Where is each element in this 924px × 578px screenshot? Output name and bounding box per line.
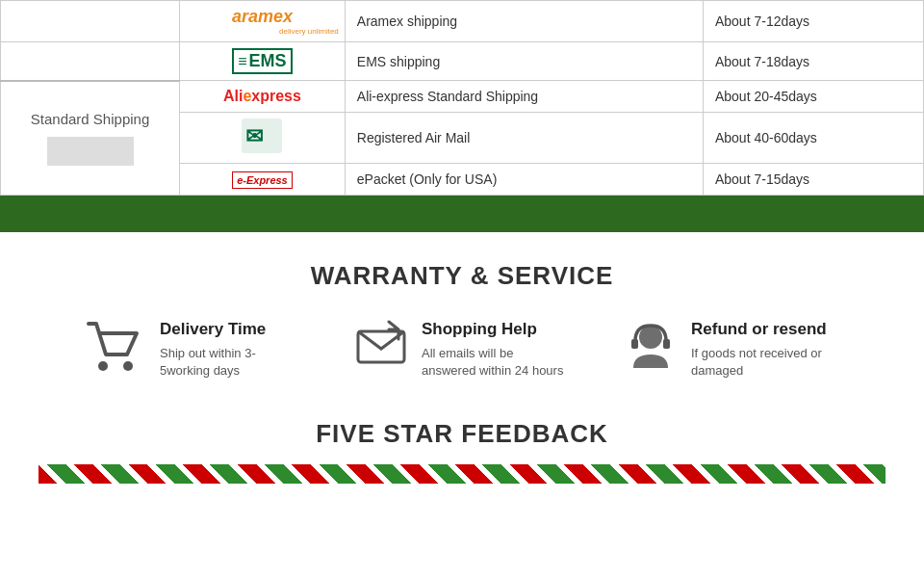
warranty-shopping-text: Shopping Help All emails will be answere… [422, 320, 568, 380]
aliexpress-delivery-time: About 20-45days [703, 81, 923, 113]
airmail-delivery-time: About 40-60days [703, 113, 923, 164]
svg-point-5 [639, 326, 662, 349]
epacket-service-name: ePacket (Only for USA) [345, 164, 703, 196]
green-footer-bar [0, 196, 924, 232]
airmail-service-name: Registered Air Mail [345, 113, 703, 164]
svg-text:✉: ✉ [245, 124, 263, 148]
epacket-logo: e-Express [232, 171, 293, 189]
aramex-service-name: Aramex shipping [345, 1, 703, 42]
shopping-heading: Shopping Help [422, 320, 568, 339]
stripe-banner [38, 464, 886, 484]
shipping-table: aramex delivery unlimited Aramex shippin… [0, 0, 924, 196]
shopping-description: All emails will be answered within 24 ho… [422, 345, 568, 380]
aramex-logo: aramex [232, 7, 293, 27]
table-row: Standard Shipping Aliexpress Ali-express… [1, 81, 924, 113]
warranty-items: Delivery Time Ship out within 3-5working… [38, 320, 886, 381]
svg-point-2 [98, 361, 108, 371]
warranty-delivery-text: Delivery Time Ship out within 3-5working… [160, 320, 298, 380]
envelope-icon-svg [356, 320, 406, 366]
svg-rect-6 [631, 339, 638, 349]
cart-icon [87, 320, 144, 381]
delivery-heading: Delivery Time [160, 320, 298, 339]
envelope-icon [356, 320, 406, 374]
ems-logo-cell: ≡EMS [180, 42, 346, 81]
airmail-logo: ✉ [242, 118, 282, 153]
headset-icon-svg [626, 320, 676, 370]
standard-shipping-category: Standard Shipping [1, 81, 180, 196]
shipping-category-aramex [1, 1, 180, 42]
aramex-delivery-time: About 7-12days [703, 1, 923, 42]
airmail-logo-icon: ✉ [242, 118, 282, 153]
refund-description: If goods not received or damaged [691, 345, 837, 380]
epacket-delivery-time: About 7-15days [703, 164, 923, 196]
svg-point-3 [123, 361, 133, 371]
five-star-section: FIVE STAR FEEDBACK [0, 400, 924, 493]
aliexpress-logo: Aliexpress [186, 88, 339, 105]
aliexpress-logo-cell: Aliexpress [180, 81, 346, 113]
airmail-logo-cell: ✉ [180, 113, 346, 164]
five-star-title: FIVE STAR FEEDBACK [38, 419, 886, 449]
ems-delivery-time: About 7-18days [703, 42, 923, 81]
warranty-item-refund: Refund or resend If goods not received o… [626, 320, 837, 380]
aramex-sub: delivery unlimited [186, 27, 339, 36]
table-row: ≡EMS EMS shipping About 7-18days [1, 42, 924, 81]
standard-shipping-label: Standard Shipping [31, 111, 149, 127]
refund-heading: Refund or resend [691, 320, 837, 339]
shipping-category-ems [1, 42, 180, 81]
warranty-item-shopping: Shopping Help All emails will be answere… [356, 320, 568, 380]
shipping-section: aramex delivery unlimited Aramex shippin… [0, 0, 924, 232]
ems-service-name: EMS shipping [345, 42, 703, 81]
headset-icon [626, 320, 676, 378]
aramex-logo-cell: aramex delivery unlimited [180, 1, 346, 42]
cart-icon-svg [87, 320, 144, 373]
warranty-item-delivery: Delivery Time Ship out within 3-5working… [87, 320, 298, 381]
epacket-logo-cell: e-Express [180, 164, 346, 196]
ems-logo: ≡EMS [232, 48, 292, 74]
warranty-refund-text: Refund or resend If goods not received o… [691, 320, 837, 380]
delivery-description: Ship out within 3-5working days [160, 345, 298, 380]
warranty-section: WARRANTY & SERVICE Delivery Time Ship ou… [0, 232, 924, 400]
svg-rect-7 [663, 339, 670, 349]
table-row: aramex delivery unlimited Aramex shippin… [1, 1, 924, 42]
aliexpress-service-name: Ali-express Standard Shipping [345, 81, 703, 113]
warranty-title: WARRANTY & SERVICE [38, 261, 886, 291]
